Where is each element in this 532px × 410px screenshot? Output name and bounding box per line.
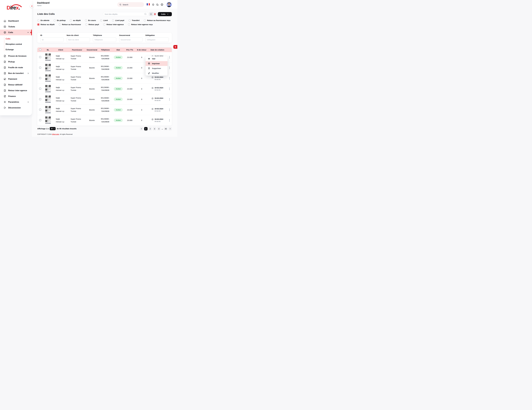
gouvernorat-filter-input[interactable] [119,38,142,42]
sidebar-item-dashboard[interactable]: Dashboard [0,18,32,24]
pagination: 1 2 3 4 ... 40 [140,127,172,130]
filter-label: Gouvernorat [119,34,142,36]
id-filter-input[interactable] [40,38,64,42]
cell-fournisseur: Super Promo Tunisie [68,118,86,123]
radio-transfert[interactable]: Transfert [129,19,140,21]
copyright: COPYRIGHT © 2024 Aftercode, All rights R… [37,133,73,135]
page-button-2[interactable]: 2 [149,127,152,130]
sidebar-item-finance[interactable]: Finance [0,93,32,99]
menu-item-modifier[interactable]: Modifier [146,71,168,76]
prev-page-button[interactable] [140,127,143,130]
sidebar-collapse-button[interactable] [30,4,33,8]
column-header-client: Client [53,49,68,51]
row-menu-button[interactable] [169,108,170,112]
next-page-button[interactable] [168,127,172,130]
row-menu-button[interactable] [169,76,170,80]
menu-item-imprimer[interactable]: Imprimer [146,61,168,66]
sidebar-item-feuille-de-route[interactable]: Feuille de route [0,65,32,70]
sidebar-item-preuve-de-livraison[interactable]: Preuve de livraison [0,53,32,59]
logout-icon [3,106,6,109]
row-checkbox[interactable] [39,56,41,58]
cell-date: 19-02-2024 09:58:06 [148,118,167,122]
radio-retour-inter-agence[interactable]: Retour inter-agence [103,23,124,26]
notifications-bell-icon[interactable] [152,3,155,6]
row-checkbox[interactable] [39,67,41,69]
sidebar-item-deconnexion[interactable]: Déconnexion [0,105,32,111]
submenu-item-colis[interactable]: Colis [6,36,32,41]
row-checkbox[interactable] [39,88,41,90]
radio-retour-au-fournisseur-recu[interactable]: Retour au fournisseur reçu [144,19,171,21]
table-filter-button[interactable] [173,45,177,49]
sidebar-item-retour-inter-agence[interactable]: Retour inter-agence [0,88,32,93]
sidebar-item-pickup[interactable]: Pickup [0,59,32,65]
grid-view-button[interactable] [149,12,153,16]
status-badge: Activé [114,119,123,122]
row-menu-button[interactable] [169,66,170,70]
document-icon [3,60,6,63]
chevron-left-icon [141,128,142,130]
row-checkbox[interactable] [39,109,41,111]
page-button-3[interactable]: 3 [153,127,156,130]
row-checkbox[interactable] [39,77,41,79]
radio-retour-inter-agence-recu[interactable]: Retour inter-agence reçu [128,23,153,26]
phone-filter-input[interactable] [93,38,116,42]
colis-dropdown-button[interactable]: Colis [158,12,172,16]
radio-en-cours[interactable]: En cours [85,19,96,21]
language-flag-france[interactable] [147,3,150,5]
delegation-filter-input[interactable] [145,38,169,42]
creation-date: 19-02-2024 [154,97,163,99]
select-all-checkbox[interactable] [39,49,41,51]
page-button-4[interactable]: 4 [157,127,161,130]
global-search-input[interactable] [123,4,140,6]
tracking-search-input[interactable] [104,13,144,15]
dark-mode-moon-icon[interactable] [156,3,159,6]
cell-n-retour: 0 [136,88,148,90]
user-avatar[interactable] [166,2,172,7]
radio-livre[interactable]: Livré [100,19,108,21]
page-size-select[interactable]: 10 [50,127,56,130]
submenu-item-reception-central[interactable]: Réception central [6,41,32,47]
app-title: Dashboard [37,1,49,4]
sidebar-item-paiement[interactable]: Paiement [0,76,32,82]
row-checkbox[interactable] [39,119,41,121]
info-icon[interactable] [161,3,163,6]
cell-gouvernorat: Bizerte [86,88,98,90]
row-menu-button[interactable] [169,87,170,91]
radio-en-attente[interactable]: En attente [37,19,49,21]
client-name-filter-input[interactable] [66,38,90,42]
status-badge: Activé [114,98,123,101]
document-icon [3,66,6,69]
row-menu-button[interactable] [169,119,170,122]
sidebar-item-bon-de-transfert[interactable]: Bon de transfert [0,70,32,76]
radio-en-pickup[interactable]: En pickup [54,19,66,21]
radio-au-depot[interactable]: au dépôt [70,19,81,21]
cell-telephone: 95126698 - 53428608 [98,76,113,81]
menu-item-supprimer[interactable]: Supprimer [146,66,168,71]
row-menu-button[interactable] [169,56,170,59]
cell-date: 19-02-2024 09:58:06 [148,108,167,112]
aftercode-link[interactable]: Aftercode [52,133,59,135]
submenu-item-echange[interactable]: Echange [6,47,32,52]
global-search[interactable] [117,2,144,7]
sidebar-item-parametres[interactable]: Paramètres [0,99,32,105]
radio-retour-au-depot[interactable]: Retour au dépôt [37,23,55,26]
list-view-button[interactable] [153,12,157,16]
printer-icon [148,62,150,65]
page-button-1[interactable]: 1 [144,127,148,130]
sidebar-item-tickets[interactable]: Tickets [0,24,32,29]
radio-retour-au-fournisseur[interactable]: Retour au fournisseur [59,23,81,26]
menu-item-voir[interactable]: Voir [146,56,168,61]
cell-n-retour: 0 [136,109,148,111]
radio-retour-paye[interactable]: Retour payé [85,23,99,26]
row-menu-button[interactable] [169,98,170,101]
sidebar-item-retour-definitif[interactable]: Retour définitif [0,82,32,88]
page-button-40[interactable]: 40 [164,127,168,130]
sidebar-item-colis[interactable]: Colis [0,29,32,35]
tracking-search-field[interactable] [103,12,148,16]
filter-label: Téléphone [93,34,116,36]
active-indicator [31,29,32,35]
chevron-left-icon [31,5,32,7]
radio-livre-paye[interactable]: Livré payé [112,19,124,21]
row-checkbox[interactable] [39,98,41,100]
filter-field-gouvernorat: Gouvernorat [119,34,142,43]
